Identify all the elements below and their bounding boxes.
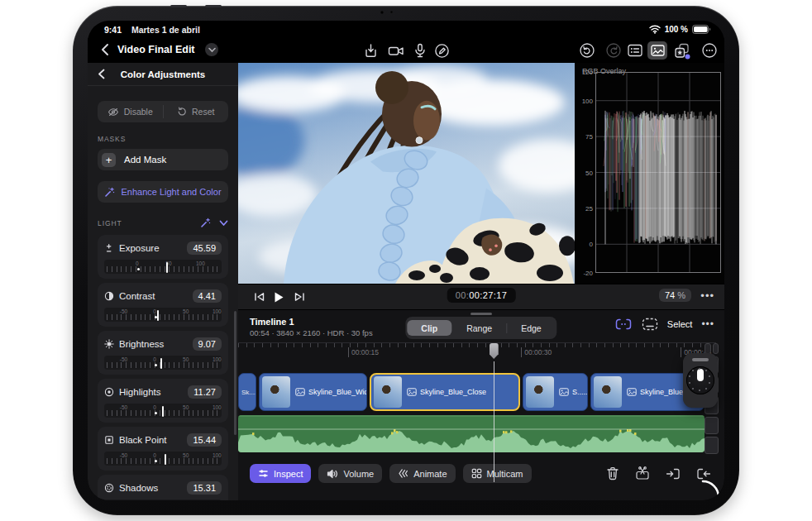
tool-volume[interactable]: Volume xyxy=(318,464,382,483)
slider-value[interactable]: 45.59 xyxy=(187,241,222,255)
ruler-tick-label: 100 xyxy=(213,404,222,410)
slider-highlights: Highlights11.27-50050100 xyxy=(98,379,228,423)
timeline-ruler[interactable]: 00:00:1500:00:3000:00:45 xyxy=(238,342,716,362)
highlights-icon xyxy=(104,387,117,397)
playhead[interactable] xyxy=(494,361,495,482)
back-button[interactable] xyxy=(99,41,112,61)
viewer-zoom-level[interactable]: 74% xyxy=(659,289,691,302)
slider-ruler[interactable]: -50050100 xyxy=(104,356,222,370)
tool-label: Multicam xyxy=(487,469,523,479)
play-icon[interactable] xyxy=(270,289,288,304)
value-cursor[interactable] xyxy=(157,310,159,321)
value-cursor[interactable] xyxy=(165,454,166,465)
scope-axis-label: 0 xyxy=(575,241,593,248)
trash-icon[interactable] xyxy=(606,466,619,480)
status-date: Martes 1 de abril xyxy=(131,25,200,35)
jog-wheel[interactable] xyxy=(683,353,718,408)
value-cursor[interactable] xyxy=(162,406,164,417)
undo-icon[interactable] xyxy=(577,41,597,60)
slider-ruler[interactable]: -50050100 xyxy=(104,404,222,418)
tool-label: Animate xyxy=(413,469,447,479)
ruler-tick-label: 0 xyxy=(153,404,156,410)
ruler-label: 00:00:30 xyxy=(521,347,552,357)
plus-icon: + xyxy=(102,153,116,167)
image-icon xyxy=(295,388,305,396)
video-preview[interactable] xyxy=(238,63,575,284)
audio-track[interactable] xyxy=(238,415,705,452)
insert-clip-icon[interactable] xyxy=(666,467,681,480)
exposure-icon xyxy=(104,243,117,253)
media-icon[interactable] xyxy=(647,41,667,60)
snapping-icon[interactable] xyxy=(642,318,658,331)
ruler-tick-label: 50 xyxy=(183,452,189,458)
select-tool[interactable]: Select xyxy=(667,319,693,329)
slider-value[interactable]: 9.07 xyxy=(193,337,222,351)
scrollbar[interactable] xyxy=(234,311,236,435)
mode-range[interactable]: Range xyxy=(452,320,506,336)
clip-s[interactable]: S...... xyxy=(523,373,588,411)
mode-clip[interactable]: Clip xyxy=(407,320,451,336)
ruler-tick-label: 100 xyxy=(213,452,222,458)
camera-icon[interactable] xyxy=(386,41,406,60)
effects-icon[interactable] xyxy=(672,41,692,60)
brightness-icon xyxy=(104,339,117,349)
reset-button[interactable]: Reset xyxy=(164,101,229,122)
slider-ruler[interactable]: -50050100 xyxy=(104,499,222,500)
more-icon[interactable] xyxy=(700,41,719,60)
ruler-label: 00:00:15 xyxy=(348,347,379,357)
pencil-icon[interactable] xyxy=(432,41,451,60)
inspector-icon[interactable] xyxy=(625,41,645,60)
tool-animate[interactable]: Animate xyxy=(389,464,455,483)
jog-wheel-handle[interactable] xyxy=(692,358,709,361)
slider-ruler[interactable]: -50050100 xyxy=(104,308,222,322)
add-mask-button[interactable]: + Add Mask xyxy=(98,149,228,170)
enhance-button[interactable]: Enhance Light and Color xyxy=(98,181,228,203)
timecode-display[interactable]: 00:00:27:17 xyxy=(447,288,516,303)
project-title-chevron-icon[interactable] xyxy=(205,43,218,56)
disable-button[interactable]: Disable xyxy=(98,101,163,122)
slider-value[interactable]: 15.31 xyxy=(187,481,222,495)
scope-axis-label: 75 xyxy=(575,133,593,141)
slider-contrast: Contrast4.41-50050100 xyxy=(98,283,228,327)
timeline-name: Timeline 1 xyxy=(250,317,294,327)
image-icon xyxy=(559,388,569,396)
clip-name: Skyline_Blue_Wide xyxy=(308,388,366,396)
slider-label: Black Point xyxy=(119,435,167,445)
collapse-chevron-icon[interactable] xyxy=(219,220,228,227)
clip-skyline-blue-close[interactable]: Skyline_Blue_Close xyxy=(370,373,520,411)
magnetic-timeline-icon[interactable] xyxy=(614,318,633,331)
timeline-drag-handle[interactable] xyxy=(470,313,492,315)
reset-icon xyxy=(177,107,187,117)
clip-sk[interactable]: Sk...... xyxy=(238,373,256,411)
slider-value[interactable]: 15.44 xyxy=(187,433,222,447)
tool-multicam[interactable]: Multicam xyxy=(463,464,532,483)
ruler-tick-label: 0 xyxy=(136,260,139,266)
panel-back-button[interactable] xyxy=(96,67,107,84)
slider-value[interactable]: 4.41 xyxy=(193,289,222,303)
timeline-more-icon[interactable]: ••• xyxy=(701,318,714,330)
split-clip-icon[interactable] xyxy=(635,466,650,480)
project-title[interactable]: Video Final Edit xyxy=(117,44,195,55)
slider-ruler[interactable]: -50050100 xyxy=(104,452,222,466)
scope-axis-label: 25 xyxy=(575,204,593,212)
clip-skyline-blue-wide[interactable]: Skyline_Blue_Wide xyxy=(259,373,367,411)
skip-back-icon[interactable] xyxy=(250,289,268,304)
slider-label: Shadows xyxy=(119,483,158,493)
value-cursor[interactable] xyxy=(160,358,162,369)
tool-inspect[interactable]: Inspect xyxy=(250,464,311,483)
clock: 9:41 xyxy=(104,25,122,35)
viewer-more-icon[interactable]: ••• xyxy=(700,289,714,302)
clip-thumbnail xyxy=(594,376,622,408)
slider-ruler[interactable]: 050100 xyxy=(104,260,222,274)
slider-value[interactable]: 11.27 xyxy=(188,385,222,399)
scope-axis-label: 50 xyxy=(575,169,593,176)
ruler-tick-label: 100 xyxy=(213,308,222,314)
value-cursor[interactable] xyxy=(166,262,168,273)
mic-icon[interactable] xyxy=(410,41,430,60)
auto-enhance-icon[interactable] xyxy=(200,217,211,228)
export-icon[interactable] xyxy=(361,41,380,60)
mode-edge[interactable]: Edge xyxy=(507,320,556,336)
ruler-tick-label: -50 xyxy=(120,404,127,410)
jog-dial[interactable] xyxy=(686,366,714,394)
skip-forward-icon[interactable] xyxy=(290,289,308,304)
